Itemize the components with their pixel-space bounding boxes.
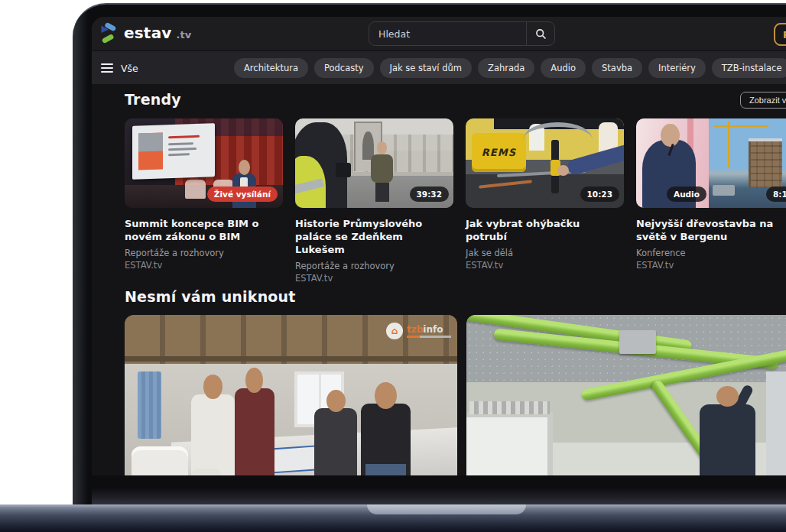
worker-figure [700, 386, 756, 475]
play-logo-icon [99, 22, 120, 44]
login-button[interactable]: Přihlásit [774, 23, 786, 46]
video-title: Jak vybrat ohýbačku potrubí [466, 218, 624, 244]
section-title-trendy: Trendy [125, 91, 181, 108]
video-category: Reportáže a rozhovory [125, 248, 283, 258]
video-card-ohybacka[interactable]: REMS 10:23 Jak vybrat ohýbačku potrubí J… [466, 118, 624, 284]
video-title: Nejvyšší dřevostavba na světě v Bergenu [636, 218, 786, 244]
featured-row: ⌂ tzbinfo [125, 315, 786, 475]
worker-figure [191, 375, 235, 475]
tzbinfo-watermark: ⌂ tzbinfo [386, 323, 451, 339]
cameraman-figure [295, 122, 347, 208]
chip-stavba[interactable]: Stavba [592, 58, 642, 78]
worker-figure [314, 390, 358, 475]
logo-suffix: .tv [177, 29, 192, 41]
video-category: Reportáže a rozhovory [295, 261, 453, 271]
search-icon [535, 28, 547, 40]
chip-jak-se-stavi-dum[interactable]: Jak se staví dům [380, 58, 472, 78]
video-title: Summit koncepce BIM o novém zákonu o BIM [125, 218, 283, 244]
nav-all-label: Vše [121, 63, 138, 74]
video-card-prumyslovy-palac[interactable]: 39:32 Historie Průmyslového paláce se Zd… [295, 118, 453, 284]
trendy-row: Živé vysílání Summit koncepce BIM o nové… [125, 118, 786, 284]
chip-interiery[interactable]: Interiéry [648, 58, 706, 78]
video-card-bim-summit[interactable]: Živé vysílání Summit koncepce BIM o nové… [125, 118, 283, 284]
main-content: Trendy Zobrazit vše [92, 84, 786, 475]
duration-badge: 8:12 [766, 187, 786, 202]
worker-figure [235, 368, 274, 475]
chip-zahrada[interactable]: Zahrada [478, 58, 534, 78]
section-title-featured: Nesmí vám uniknout [125, 288, 296, 305]
duration-badge: 39:32 [410, 187, 449, 202]
featured-video-pipes[interactable] [466, 315, 786, 475]
search-button[interactable] [526, 22, 554, 45]
top-bar: estav .tv Přihlásit [92, 17, 786, 51]
chip-architektura[interactable]: Architektura [234, 58, 308, 78]
estav-logo[interactable]: estav .tv [99, 22, 191, 44]
featured-video-workshop[interactable]: ⌂ tzbinfo [125, 315, 457, 475]
nav-all-menu[interactable]: Vše [101, 51, 138, 85]
live-badge: Živé vysílání [207, 187, 278, 202]
video-title: Historie Průmyslového paláce se Zdeňkem … [295, 218, 453, 257]
video-channel: ESTAV.tv [295, 273, 453, 284]
video-thumbnail[interactable]: Živé vysílání [125, 118, 283, 208]
hamburger-icon [101, 63, 113, 73]
laptop-hinge [92, 488, 786, 506]
search-input[interactable] [369, 22, 526, 45]
video-category: Jak se dělá [466, 248, 624, 258]
video-thumbnail[interactable]: REMS 10:23 [466, 118, 624, 208]
worker-figure [361, 382, 411, 475]
laptop-notch [367, 504, 526, 514]
audio-badge: Audio [667, 187, 706, 202]
category-chips: Architektura Podcasty Jak se staví dům Z… [234, 51, 786, 85]
rems-case: REMS [472, 133, 525, 172]
video-thumbnail[interactable]: 39:32 [295, 118, 453, 208]
video-channel: ESTAV.tv [125, 260, 283, 271]
chip-podcasty[interactable]: Podcasty [314, 58, 374, 78]
show-all-button[interactable]: Zobrazit vše [740, 92, 786, 109]
video-channel: ESTAV.tv [636, 260, 786, 271]
chip-tzb-instalace[interactable]: TZB-instalace [712, 58, 786, 78]
chip-audio[interactable]: Audio [541, 58, 586, 78]
video-category: Konference [636, 248, 786, 258]
tzbinfo-house-icon: ⌂ [386, 323, 403, 339]
video-card-drevostavba[interactable]: Audio 8:12 Nejvyšší dřevostavba na světě… [636, 118, 786, 284]
page: estav .tv Přihlásit Vše [0, 0, 786, 532]
video-thumbnail[interactable]: Audio 8:12 [636, 118, 786, 208]
browser-screen: estav .tv Přihlásit Vše [92, 17, 786, 475]
presenter-figure [369, 139, 395, 202]
duration-badge: 10:23 [580, 187, 619, 202]
search-box [369, 21, 555, 46]
category-nav: Vše Architektura Podcasty Jak se staví d… [92, 51, 786, 86]
logo-text: estav [124, 24, 172, 42]
video-channel: ESTAV.tv [466, 260, 624, 271]
rems-label: REMS [482, 147, 516, 158]
